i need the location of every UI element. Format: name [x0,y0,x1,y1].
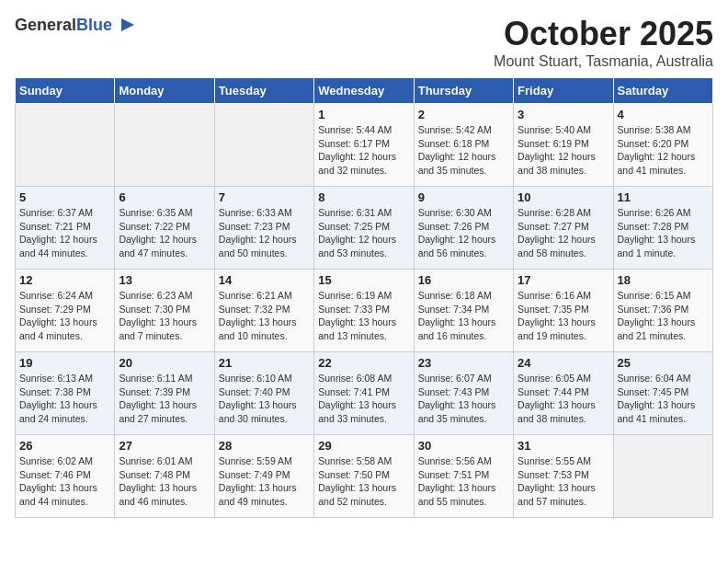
day-info: Sunrise: 6:10 AM Sunset: 7:40 PM Dayligh… [219,372,310,426]
day-info: Sunrise: 6:01 AM Sunset: 7:48 PM Dayligh… [119,454,210,509]
day-number: 18 [618,273,709,287]
day-info: Sunrise: 6:33 AM Sunset: 7:23 PM Dayligh… [219,206,310,260]
day-number: 11 [618,190,709,204]
day-info: Sunrise: 6:37 AM Sunset: 7:21 PM Dayligh… [19,206,110,260]
day-number: 20 [119,356,210,370]
table-row: 23Sunrise: 6:07 AM Sunset: 7:43 PM Dayli… [414,352,513,435]
table-row: 1Sunrise: 5:44 AM Sunset: 6:17 PM Daylig… [314,104,414,187]
day-info: Sunrise: 6:23 AM Sunset: 7:30 PM Dayligh… [119,289,210,343]
day-number: 26 [19,439,110,453]
day-number: 9 [418,190,509,204]
col-saturday: Saturday [613,78,712,104]
calendar-week-row: 5Sunrise: 6:37 AM Sunset: 7:21 PM Daylig… [16,187,713,270]
svg-marker-0 [121,18,134,31]
day-info: Sunrise: 6:30 AM Sunset: 7:26 PM Dayligh… [418,206,509,260]
day-info: Sunrise: 5:42 AM Sunset: 6:18 PM Dayligh… [418,123,509,178]
logo-triangle-icon [116,15,136,35]
col-thursday: Thursday [414,78,513,104]
day-info: Sunrise: 6:26 AM Sunset: 7:28 PM Dayligh… [618,206,709,260]
day-number: 14 [219,273,310,287]
day-number: 8 [318,190,409,204]
table-row: 28Sunrise: 5:59 AM Sunset: 7:49 PM Dayli… [214,435,313,518]
day-number: 31 [518,439,609,453]
day-number: 6 [119,190,210,204]
col-wednesday: Wednesday [314,78,414,104]
day-info: Sunrise: 6:08 AM Sunset: 7:41 PM Dayligh… [318,372,409,426]
day-info: Sunrise: 5:59 AM Sunset: 7:49 PM Dayligh… [219,454,310,509]
table-row: 22Sunrise: 6:08 AM Sunset: 7:41 PM Dayli… [314,352,414,435]
header-row: Sunday Monday Tuesday Wednesday Thursday… [16,78,713,104]
table-row: 11Sunrise: 6:26 AM Sunset: 7:28 PM Dayli… [613,187,712,270]
table-row: 20Sunrise: 6:11 AM Sunset: 7:39 PM Dayli… [115,352,214,435]
day-number: 24 [518,356,609,370]
calendar-subtitle: Mount Stuart, Tasmania, Australia [494,53,713,70]
table-row: 17Sunrise: 6:16 AM Sunset: 7:35 PM Dayli… [514,270,613,352]
day-info: Sunrise: 5:58 AM Sunset: 7:50 PM Dayligh… [318,454,409,509]
day-info: Sunrise: 6:35 AM Sunset: 7:22 PM Dayligh… [119,206,210,260]
day-info: Sunrise: 5:40 AM Sunset: 6:19 PM Dayligh… [518,123,609,178]
day-info: Sunrise: 5:55 AM Sunset: 7:53 PM Dayligh… [518,454,609,509]
day-info: Sunrise: 6:13 AM Sunset: 7:38 PM Dayligh… [19,372,110,426]
day-number: 17 [518,273,609,287]
table-row [613,435,712,518]
day-info: Sunrise: 6:16 AM Sunset: 7:35 PM Dayligh… [518,289,609,343]
calendar-title: October 2025 [494,15,713,53]
col-sunday: Sunday [16,78,115,104]
day-info: Sunrise: 6:15 AM Sunset: 7:36 PM Dayligh… [618,289,709,343]
day-number: 28 [219,439,310,453]
table-row: 8Sunrise: 6:31 AM Sunset: 7:25 PM Daylig… [314,187,414,270]
calendar-week-row: 12Sunrise: 6:24 AM Sunset: 7:29 PM Dayli… [16,270,713,352]
day-info: Sunrise: 5:38 AM Sunset: 6:20 PM Dayligh… [618,123,709,178]
logo: GeneralBlue [15,15,136,35]
col-monday: Monday [115,78,214,104]
table-row: 5Sunrise: 6:37 AM Sunset: 7:21 PM Daylig… [16,187,115,270]
day-number: 23 [418,356,509,370]
day-info: Sunrise: 6:07 AM Sunset: 7:43 PM Dayligh… [418,372,509,426]
table-row [16,104,115,187]
table-row: 9Sunrise: 6:30 AM Sunset: 7:26 PM Daylig… [414,187,513,270]
table-row: 24Sunrise: 6:05 AM Sunset: 7:44 PM Dayli… [514,352,613,435]
table-row: 14Sunrise: 6:21 AM Sunset: 7:32 PM Dayli… [214,270,313,352]
day-info: Sunrise: 6:31 AM Sunset: 7:25 PM Dayligh… [318,206,409,260]
day-info: Sunrise: 6:05 AM Sunset: 7:44 PM Dayligh… [518,372,609,426]
day-number: 2 [418,108,509,121]
day-info: Sunrise: 6:18 AM Sunset: 7:34 PM Dayligh… [418,289,509,343]
table-row: 4Sunrise: 5:38 AM Sunset: 6:20 PM Daylig… [613,104,712,187]
day-number: 4 [618,108,709,121]
calendar-week-row: 26Sunrise: 6:02 AM Sunset: 7:46 PM Dayli… [16,435,713,518]
table-row: 2Sunrise: 5:42 AM Sunset: 6:18 PM Daylig… [414,104,513,187]
day-number: 30 [418,439,509,453]
day-number: 21 [219,356,310,370]
day-number: 27 [119,439,210,453]
day-info: Sunrise: 5:44 AM Sunset: 6:17 PM Dayligh… [318,123,409,178]
table-row: 26Sunrise: 6:02 AM Sunset: 7:46 PM Dayli… [16,435,115,518]
day-number: 13 [119,273,210,287]
table-row: 10Sunrise: 6:28 AM Sunset: 7:27 PM Dayli… [514,187,613,270]
table-row: 31Sunrise: 5:55 AM Sunset: 7:53 PM Dayli… [514,435,613,518]
table-row [115,104,214,187]
day-info: Sunrise: 6:11 AM Sunset: 7:39 PM Dayligh… [119,372,210,426]
day-number: 16 [418,273,509,287]
day-number: 12 [19,273,110,287]
day-number: 19 [19,356,110,370]
calendar-week-row: 1Sunrise: 5:44 AM Sunset: 6:17 PM Daylig… [16,104,713,187]
table-row: 29Sunrise: 5:58 AM Sunset: 7:50 PM Dayli… [314,435,414,518]
table-row: 18Sunrise: 6:15 AM Sunset: 7:36 PM Dayli… [613,270,712,352]
table-row [214,104,313,187]
day-info: Sunrise: 6:19 AM Sunset: 7:33 PM Dayligh… [318,289,409,343]
table-row: 6Sunrise: 6:35 AM Sunset: 7:22 PM Daylig… [115,187,214,270]
table-row: 15Sunrise: 6:19 AM Sunset: 7:33 PM Dayli… [314,270,414,352]
day-info: Sunrise: 5:56 AM Sunset: 7:51 PM Dayligh… [418,454,509,509]
day-number: 29 [318,439,409,453]
table-row: 16Sunrise: 6:18 AM Sunset: 7:34 PM Dayli… [414,270,513,352]
table-row: 25Sunrise: 6:04 AM Sunset: 7:45 PM Dayli… [613,352,712,435]
calendar-table: Sunday Monday Tuesday Wednesday Thursday… [15,77,713,518]
table-row: 21Sunrise: 6:10 AM Sunset: 7:40 PM Dayli… [214,352,313,435]
table-row: 7Sunrise: 6:33 AM Sunset: 7:23 PM Daylig… [214,187,313,270]
table-row: 30Sunrise: 5:56 AM Sunset: 7:51 PM Dayli… [414,435,513,518]
day-info: Sunrise: 6:28 AM Sunset: 7:27 PM Dayligh… [518,206,609,260]
table-row: 19Sunrise: 6:13 AM Sunset: 7:38 PM Dayli… [16,352,115,435]
day-number: 3 [518,108,609,121]
day-number: 5 [19,190,110,204]
day-info: Sunrise: 6:02 AM Sunset: 7:46 PM Dayligh… [19,454,110,509]
